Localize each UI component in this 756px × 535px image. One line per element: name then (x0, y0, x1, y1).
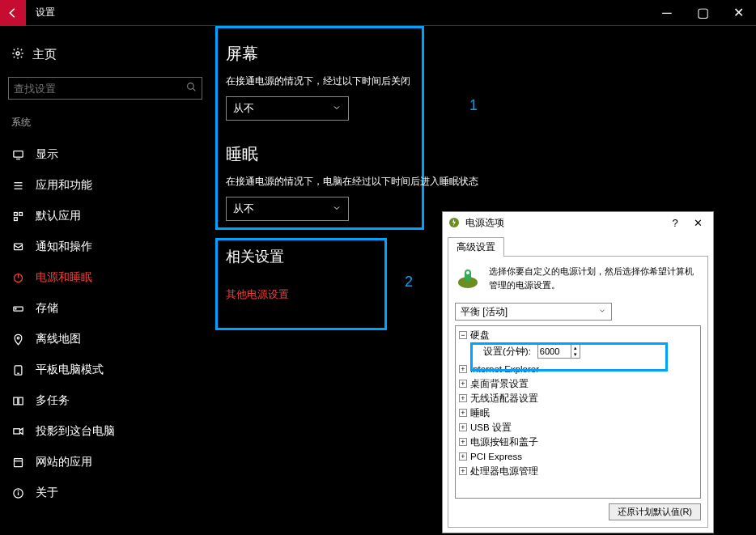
expand-toggle[interactable]: + (459, 438, 467, 446)
back-button[interactable] (0, 0, 26, 26)
svg-point-0 (16, 52, 19, 55)
sidebar-item-label: 多任务 (36, 393, 70, 408)
other-power-link[interactable]: 其他电源设置 (226, 287, 289, 302)
section-label: 系统 (0, 116, 210, 139)
power-icon (11, 272, 24, 284)
dialog-tabs: 高级设置 (443, 233, 713, 256)
sidebar-item-label: 投影到这台电脑 (36, 424, 115, 439)
home-link[interactable]: 主页 (0, 44, 210, 77)
storage-icon (11, 303, 24, 315)
sidebar-item-notifications[interactable]: 通知和操作 (0, 231, 210, 262)
minutes-spinner[interactable]: ▲▼ (537, 344, 580, 359)
sidebar-item-label: 默认应用 (36, 209, 81, 223)
sidebar: 主页 系统 显示 应用和功能 默认应用 通知和操作 电源和睡眠 (0, 26, 210, 535)
tree-item[interactable]: 睡眠 (470, 405, 490, 420)
svg-point-1 (188, 83, 194, 90)
sidebar-item-maps[interactable]: 离线地图 (0, 324, 210, 355)
dropdown-value: 从不 (233, 101, 254, 116)
tree-setting-label: 设置(分钟): (483, 344, 531, 359)
sidebar-item-storage[interactable]: 存储 (0, 293, 210, 324)
spin-down[interactable]: ▼ (571, 351, 580, 358)
dialog-help-button[interactable]: ? (665, 217, 686, 229)
settings-tree[interactable]: −硬盘 设置(分钟): ▲▼ +Internet Explorer +桌面背景设… (455, 325, 701, 499)
svg-rect-10 (14, 217, 17, 220)
screen-timeout-dropdown[interactable]: 从不 (226, 96, 349, 121)
svg-rect-3 (13, 151, 22, 157)
tree-item[interactable]: 处理器电源管理 (470, 464, 538, 478)
minimize-button[interactable]: ─ (649, 0, 685, 26)
annotation-box-1: 屏幕 在接通电源的情况下，经过以下时间后关闭 从不 睡眠 在接通电源的情况下，电… (215, 26, 424, 230)
tree-item[interactable]: PCI Express (470, 449, 522, 464)
plan-select[interactable]: 平衡 [活动] (455, 303, 612, 321)
expand-toggle[interactable]: − (459, 331, 467, 339)
expand-toggle[interactable]: + (459, 365, 467, 373)
expand-toggle[interactable]: + (459, 380, 467, 388)
annotation-number-2: 2 (405, 274, 413, 291)
dialog-hero-icon (455, 265, 481, 291)
sidebar-item-power[interactable]: 电源和睡眠 (0, 262, 210, 293)
monitor-icon (11, 149, 24, 161)
svg-rect-8 (14, 212, 17, 215)
sidebar-item-label: 关于 (36, 486, 58, 500)
minutes-input[interactable] (538, 346, 571, 356)
tab-advanced[interactable]: 高级设置 (448, 237, 504, 257)
sleep-desc: 在接通电源的情况下，电脑在经过以下时间后进入睡眠状态 (226, 175, 414, 189)
sidebar-item-label: 存储 (36, 301, 58, 316)
close-button[interactable]: ✕ (720, 0, 756, 26)
chevron-down-icon (598, 306, 606, 317)
dialog-hero-text: 选择你要自定义的电源计划，然后选择你希望计算机管理的电源设置。 (489, 265, 701, 291)
search-input[interactable] (14, 83, 186, 95)
sidebar-item-web-apps[interactable]: 网站的应用 (0, 447, 210, 478)
sidebar-item-about[interactable]: 关于 (0, 478, 210, 508)
sidebar-item-project[interactable]: 投影到这台电脑 (0, 416, 210, 447)
web-apps-icon (11, 456, 24, 469)
expand-toggle[interactable]: + (459, 467, 467, 475)
tree-item[interactable]: 电源按钮和盖子 (470, 435, 538, 449)
map-icon (11, 333, 24, 346)
svg-rect-21 (13, 428, 19, 433)
sleep-title: 睡眠 (226, 143, 414, 165)
restore-defaults-button[interactable]: 还原计划默认值(R) (609, 503, 701, 520)
search-box[interactable] (8, 77, 202, 100)
svg-rect-22 (14, 458, 22, 466)
gear-icon (11, 47, 24, 62)
tree-item[interactable]: 无线适配器设置 (470, 391, 538, 405)
sidebar-item-label: 网站的应用 (36, 455, 92, 469)
dialog-title: 电源选项 (465, 216, 665, 230)
sidebar-item-apps[interactable]: 应用和功能 (0, 170, 210, 201)
tree-item[interactable]: USB 设置 (470, 420, 512, 435)
svg-rect-19 (13, 397, 17, 405)
svg-point-16 (17, 337, 19, 339)
sidebar-item-tablet[interactable]: 平板电脑模式 (0, 355, 210, 385)
sidebar-item-label: 显示 (36, 147, 58, 162)
dialog-close-button[interactable]: ✕ (687, 217, 708, 229)
sidebar-item-multitask[interactable]: 多任务 (0, 385, 210, 416)
sidebar-item-label: 离线地图 (36, 332, 81, 346)
dropdown-value: 从不 (233, 202, 254, 216)
tree-item[interactable]: Internet Explorer (470, 362, 539, 376)
maximize-button[interactable]: ▢ (685, 0, 720, 26)
chevron-down-icon (332, 203, 342, 215)
list-icon (11, 180, 24, 192)
screen-title: 屏幕 (226, 43, 414, 65)
tree-item[interactable]: 硬盘 (470, 328, 490, 342)
expand-toggle[interactable]: + (459, 394, 467, 402)
related-title: 相关设置 (226, 247, 376, 266)
expand-toggle[interactable]: + (459, 409, 467, 417)
sidebar-item-default-apps[interactable]: 默认应用 (0, 201, 210, 231)
spin-up[interactable]: ▲ (571, 345, 580, 351)
dialog-titlebar: 电源选项 ? ✕ (443, 212, 713, 233)
sidebar-item-display[interactable]: 显示 (0, 139, 210, 170)
sidebar-item-label: 通知和操作 (36, 240, 92, 254)
svg-point-15 (15, 308, 15, 308)
expand-toggle[interactable]: + (459, 452, 467, 461)
expand-toggle[interactable]: + (459, 423, 467, 431)
default-apps-icon (11, 210, 24, 223)
svg-point-26 (18, 490, 19, 491)
svg-point-30 (466, 271, 469, 274)
tree-item[interactable]: 桌面背景设置 (470, 376, 529, 391)
sleep-timeout-dropdown[interactable]: 从不 (226, 197, 349, 221)
svg-rect-9 (19, 212, 22, 215)
svg-rect-20 (19, 397, 23, 405)
sidebar-item-label: 平板电脑模式 (36, 363, 104, 377)
